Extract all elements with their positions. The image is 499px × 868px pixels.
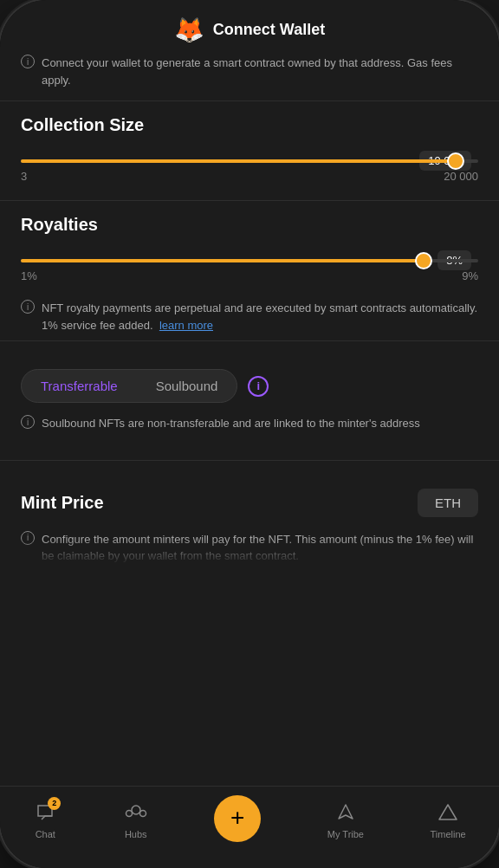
divider-3 — [0, 340, 499, 341]
eth-badge[interactable]: ETH — [418, 489, 478, 517]
nav-item-tribe[interactable]: My Tribe — [327, 800, 364, 839]
collection-size-fill — [21, 159, 456, 163]
collection-size-min: 3 — [21, 170, 27, 183]
learn-more-link[interactable]: learn more — [159, 319, 213, 332]
collection-size-slider-container[interactable]: 19 000 — [21, 159, 478, 163]
mint-price-title: Mint Price — [21, 493, 104, 513]
nav-item-hubs[interactable]: Hubs — [124, 800, 148, 839]
collection-size-labels: 3 20 000 — [21, 170, 478, 183]
nav-item-timeline[interactable]: Timeline — [431, 800, 466, 839]
tribe-icon-wrap — [334, 800, 358, 825]
timeline-icon-wrap — [436, 800, 460, 825]
royalties-min: 1% — [21, 269, 37, 282]
page-title: Connect Wallet — [213, 21, 325, 39]
royalties-thumb[interactable] — [415, 252, 432, 269]
svg-point-2 — [139, 810, 146, 816]
royalties-max: 9% — [462, 269, 478, 282]
add-fab-button[interactable]: + — [214, 795, 261, 842]
mint-price-header: Mint Price ETH — [21, 489, 478, 517]
hubs-icon — [125, 802, 147, 823]
fade-overlay — [0, 539, 499, 565]
royalties-labels: 1% 9% — [21, 269, 478, 282]
header-bar: 🦊 Connect Wallet — [0, 0, 499, 55]
svg-point-1 — [126, 810, 132, 816]
tribe-icon — [335, 802, 356, 823]
collection-size-max: 20 000 — [444, 170, 478, 183]
hubs-label: Hubs — [125, 829, 147, 839]
toggle-pill[interactable]: Transferrable Soulbound — [21, 369, 237, 403]
toggle-row: Transferrable Soulbound i — [21, 369, 478, 403]
timeline-icon — [437, 802, 458, 823]
transferrable-option[interactable]: Transferrable — [22, 370, 137, 402]
divider-2 — [0, 200, 499, 201]
soulbound-option[interactable]: Soulbound — [137, 370, 237, 402]
divider-4 — [0, 460, 499, 461]
soulbound-info-row: i Soulbound NFTs are non-transferable an… — [21, 415, 478, 446]
royalties-title: Royalties — [21, 215, 478, 235]
info-icon: i — [21, 55, 35, 68]
soulbound-info-circle: i — [21, 415, 35, 429]
collection-size-title: Collection Size — [21, 115, 478, 135]
header-info: i Connect your wallet to generate a smar… — [0, 55, 499, 100]
royalties-slider-container[interactable]: 8% — [21, 259, 478, 262]
divider-1 — [0, 100, 499, 101]
collection-size-track[interactable] — [21, 159, 478, 163]
royalties-info-text: NFT royalty payments are perpetual and a… — [42, 300, 478, 334]
royalties-track[interactable] — [21, 259, 478, 262]
plus-icon: + — [230, 806, 244, 830]
hubs-icon-wrap — [124, 800, 148, 825]
header-info-text: Connect your wallet to generate a smart … — [42, 55, 478, 88]
royalties-section: Royalties 8% 1% 9% i NFT royalty payment… — [0, 215, 499, 340]
royalties-fill — [21, 259, 424, 262]
transfer-info-icon[interactable]: i — [248, 376, 269, 397]
timeline-label: Timeline — [431, 829, 466, 839]
chat-label: Chat — [36, 829, 55, 839]
transfer-toggle-section: Transferrable Soulbound i i Soulbound NF… — [0, 355, 499, 460]
nav-item-chat[interactable]: 2 Chat — [33, 800, 57, 839]
svg-marker-3 — [439, 805, 457, 819]
bottom-navigation: 2 Chat Hubs + — [0, 786, 499, 868]
wallet-emoji-icon: 🦊 — [174, 16, 204, 44]
tribe-label: My Tribe — [327, 829, 364, 839]
svg-point-0 — [132, 806, 140, 814]
chat-icon-wrap: 2 — [33, 800, 57, 825]
nav-item-add[interactable]: + — [214, 795, 261, 844]
royalties-info-icon: i — [21, 300, 35, 314]
soulbound-info-text: Soulbound NFTs are non-transferable and … — [42, 415, 420, 432]
chat-badge: 2 — [48, 797, 61, 810]
collection-size-section: Collection Size 19 000 3 20 000 — [0, 115, 499, 200]
collection-size-thumb[interactable] — [447, 152, 464, 170]
